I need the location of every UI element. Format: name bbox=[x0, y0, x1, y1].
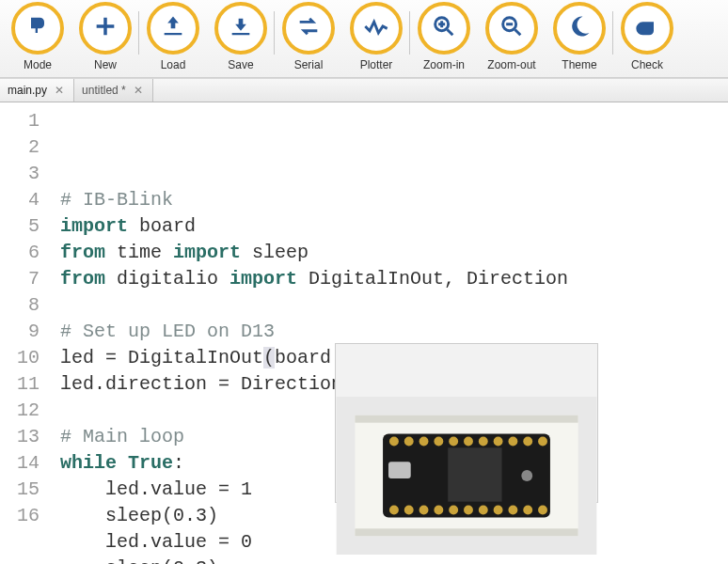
code-token: # Set up LED on D13 bbox=[60, 321, 275, 342]
code-token: from bbox=[60, 242, 105, 263]
close-icon[interactable]: ✕ bbox=[53, 84, 66, 97]
code-token: sleep( bbox=[60, 505, 173, 526]
svg-point-13 bbox=[449, 436, 458, 446]
save-icon bbox=[228, 13, 254, 43]
close-icon[interactable]: ✕ bbox=[132, 84, 145, 97]
svg-point-17 bbox=[508, 436, 517, 446]
code-token: 1 bbox=[241, 478, 252, 500]
code-token: led.value = bbox=[60, 478, 241, 500]
new-button[interactable]: New bbox=[71, 2, 139, 71]
svg-point-15 bbox=[479, 436, 488, 446]
code-token: ) bbox=[207, 505, 218, 526]
code-line[interactable]: from digitalio import DigitalInOut, Dire… bbox=[60, 266, 728, 292]
line-number: 9 bbox=[0, 319, 40, 345]
code-line[interactable]: # IB-Blink bbox=[60, 187, 728, 213]
load-button[interactable]: Load bbox=[139, 2, 207, 71]
svg-point-22 bbox=[419, 506, 429, 515]
toolbar-label: Serial bbox=[294, 58, 324, 71]
plotter-icon bbox=[363, 13, 389, 43]
serial-button[interactable]: Serial bbox=[275, 2, 342, 71]
check-button[interactable]: Check bbox=[613, 2, 681, 71]
toolbar-label: New bbox=[94, 58, 117, 71]
line-number: 8 bbox=[0, 292, 40, 319]
svg-point-11 bbox=[419, 436, 429, 446]
svg-rect-8 bbox=[388, 462, 411, 478]
code-editor[interactable]: 12345678910111213141516 # IB-Blinkimport… bbox=[0, 102, 728, 564]
line-number: 1 bbox=[0, 108, 40, 134]
code-token: sleep bbox=[241, 242, 309, 263]
line-number: 7 bbox=[0, 266, 40, 292]
code-token: sleep( bbox=[60, 557, 173, 564]
svg-point-19 bbox=[538, 436, 547, 446]
tab-main-py[interactable]: main.py ✕ bbox=[0, 79, 74, 102]
microcontroller-image bbox=[335, 343, 598, 503]
zoom-in-icon bbox=[431, 13, 457, 43]
code-line[interactable]: from time import sleep bbox=[60, 240, 728, 266]
line-number: 10 bbox=[0, 345, 40, 371]
toolbar-label: Zoom-out bbox=[487, 58, 535, 71]
toolbar-label: Mode bbox=[24, 58, 52, 71]
line-gutter: 12345678910111213141516 bbox=[0, 108, 53, 564]
svg-rect-5 bbox=[355, 528, 578, 536]
line-number: 6 bbox=[0, 240, 40, 266]
code-token: board bbox=[128, 215, 196, 237]
toolbar: Mode New Load Save Serial Plotter Zoom-i… bbox=[0, 0, 728, 78]
svg-point-28 bbox=[508, 506, 517, 515]
line-number: 12 bbox=[0, 398, 40, 424]
code-token: : bbox=[173, 452, 184, 474]
code-area[interactable]: # IB-Blinkimport boardfrom time import s… bbox=[53, 108, 728, 564]
line-number: 14 bbox=[0, 450, 40, 477]
plotter-button[interactable]: Plotter bbox=[342, 2, 410, 71]
load-icon bbox=[160, 13, 186, 43]
zoom-out-icon bbox=[499, 13, 525, 43]
svg-rect-4 bbox=[355, 415, 578, 423]
code-line[interactable]: # Set up LED on D13 bbox=[60, 319, 728, 345]
code-token: # Main loop bbox=[60, 426, 184, 447]
zoom-out-button[interactable]: Zoom-out bbox=[478, 2, 546, 71]
save-button[interactable]: Save bbox=[207, 2, 275, 71]
code-token: import bbox=[229, 268, 297, 290]
tab-untitled[interactable]: untitled * ✕ bbox=[74, 79, 153, 102]
toolbar-label: Theme bbox=[562, 58, 596, 71]
toolbar-label: Plotter bbox=[360, 58, 393, 71]
zoom-in-button[interactable]: Zoom-in bbox=[410, 2, 478, 71]
code-token: digitalio bbox=[105, 268, 229, 290]
line-number: 16 bbox=[0, 503, 40, 529]
code-token: 0 bbox=[241, 531, 252, 553]
code-token: 0.3 bbox=[173, 557, 207, 564]
svg-point-14 bbox=[464, 436, 473, 446]
svg-point-21 bbox=[404, 506, 414, 515]
mode-icon bbox=[24, 13, 51, 43]
serial-icon bbox=[295, 13, 322, 43]
code-token: while bbox=[60, 452, 117, 474]
toolbar-label: Check bbox=[631, 58, 663, 71]
line-number: 15 bbox=[0, 477, 40, 503]
line-number: 13 bbox=[0, 424, 40, 450]
tab-bar: main.py ✕ untitled * ✕ bbox=[0, 78, 728, 102]
code-token bbox=[117, 452, 128, 474]
theme-button[interactable]: Theme bbox=[546, 2, 613, 71]
line-number: 3 bbox=[0, 161, 40, 187]
code-line[interactable] bbox=[60, 292, 728, 319]
code-token: ) bbox=[207, 557, 218, 564]
line-number: 4 bbox=[0, 187, 40, 213]
theme-icon bbox=[566, 13, 593, 43]
code-token: # IB-Blink bbox=[60, 189, 173, 211]
code-token: import bbox=[60, 215, 128, 237]
code-token: import bbox=[173, 242, 241, 263]
svg-point-12 bbox=[434, 436, 443, 446]
code-token: DigitalInOut, Direction bbox=[297, 268, 568, 290]
svg-point-29 bbox=[523, 506, 532, 515]
svg-point-24 bbox=[449, 506, 458, 515]
code-token: 0.3 bbox=[173, 505, 207, 526]
svg-point-26 bbox=[479, 506, 488, 515]
mode-button[interactable]: Mode bbox=[4, 2, 71, 71]
code-token: from bbox=[60, 268, 105, 290]
code-token: led = DigitalInOut bbox=[60, 347, 263, 368]
check-icon bbox=[634, 13, 660, 43]
svg-point-27 bbox=[494, 506, 503, 515]
svg-point-23 bbox=[434, 506, 443, 515]
toolbar-label: Zoom-in bbox=[423, 58, 465, 71]
tab-label: untitled * bbox=[82, 84, 126, 97]
code-line[interactable]: import board bbox=[60, 213, 728, 240]
